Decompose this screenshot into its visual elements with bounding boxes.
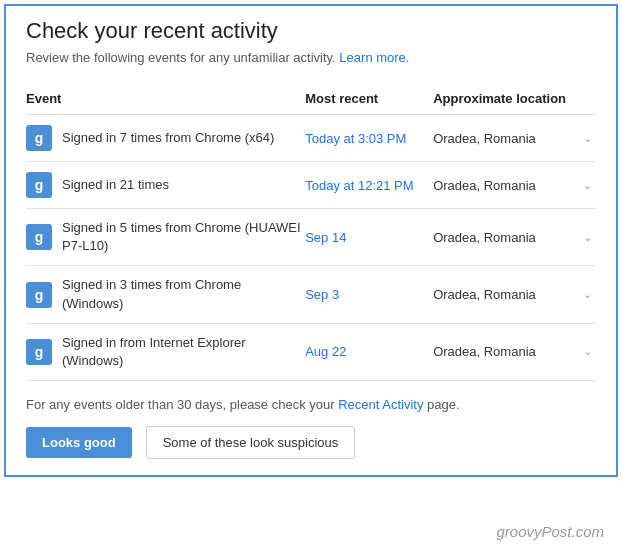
location-text: Oradea, Romania bbox=[433, 131, 536, 146]
event-cell: g Signed in from Internet Explorer (Wind… bbox=[26, 323, 305, 380]
table-row[interactable]: g Signed in 21 times Today at 12:21 PM O… bbox=[26, 162, 596, 209]
event-text: Signed in 7 times from Chrome (x64) bbox=[62, 129, 274, 147]
chevron-down-icon[interactable]: ⌄ bbox=[583, 132, 592, 145]
recent-text: Today at 3:03 PM bbox=[305, 131, 406, 146]
event-cell: g Signed in 21 times bbox=[26, 162, 305, 209]
recent-cell: Today at 3:03 PM bbox=[305, 115, 433, 162]
location-text: Oradea, Romania bbox=[433, 178, 536, 193]
learn-more-link[interactable]: Learn more. bbox=[339, 50, 409, 65]
col-location: Approximate location bbox=[433, 83, 596, 115]
location-cell: Oradea, Romania ⌄ bbox=[433, 323, 596, 380]
recent-activity-link[interactable]: Recent Activity bbox=[338, 397, 423, 412]
recent-text: Sep 14 bbox=[305, 230, 346, 245]
table-row[interactable]: g Signed in from Internet Explorer (Wind… bbox=[26, 323, 596, 380]
location-cell: Oradea, Romania ⌄ bbox=[433, 162, 596, 209]
footer-note: For any events older than 30 days, pleas… bbox=[26, 397, 596, 412]
location-text: Oradea, Romania bbox=[433, 230, 536, 245]
event-cell: g Signed in 3 times from Chrome (Windows… bbox=[26, 266, 305, 323]
google-icon: g bbox=[26, 339, 52, 365]
footer-note-end: page. bbox=[427, 397, 460, 412]
chevron-down-icon[interactable]: ⌄ bbox=[583, 179, 592, 192]
suspicious-button[interactable]: Some of these look suspicious bbox=[146, 426, 356, 459]
google-icon: g bbox=[26, 172, 52, 198]
google-icon: g bbox=[26, 125, 52, 151]
google-icon: g bbox=[26, 282, 52, 308]
button-row: Looks good Some of these look suspicious bbox=[26, 426, 596, 459]
recent-text: Aug 22 bbox=[305, 344, 346, 359]
main-container: Check your recent activity Review the fo… bbox=[4, 4, 618, 477]
event-cell: g Signed in 7 times from Chrome (x64) bbox=[26, 115, 305, 162]
subtitle: Review the following events for any unfa… bbox=[26, 50, 596, 65]
google-icon: g bbox=[26, 224, 52, 250]
page-title: Check your recent activity bbox=[26, 18, 596, 44]
table-row[interactable]: g Signed in 5 times from Chrome (HUAWEI … bbox=[26, 209, 596, 266]
looks-good-button[interactable]: Looks good bbox=[26, 427, 132, 458]
location-cell: Oradea, Romania ⌄ bbox=[433, 266, 596, 323]
col-event: Event bbox=[26, 83, 305, 115]
chevron-down-icon[interactable]: ⌄ bbox=[583, 231, 592, 244]
footer-note-start: For any events older than 30 days, pleas… bbox=[26, 397, 338, 412]
chevron-down-icon[interactable]: ⌄ bbox=[583, 345, 592, 358]
location-cell: Oradea, Romania ⌄ bbox=[433, 115, 596, 162]
location-text: Oradea, Romania bbox=[433, 344, 536, 359]
event-cell: g Signed in 5 times from Chrome (HUAWEI … bbox=[26, 209, 305, 266]
event-text: Signed in from Internet Explorer (Window… bbox=[62, 334, 305, 370]
table-row[interactable]: g Signed in 3 times from Chrome (Windows… bbox=[26, 266, 596, 323]
event-text: Signed in 3 times from Chrome (Windows) bbox=[62, 276, 305, 312]
event-text: Signed in 21 times bbox=[62, 176, 169, 194]
recent-cell: Today at 12:21 PM bbox=[305, 162, 433, 209]
recent-text: Sep 3 bbox=[305, 287, 339, 302]
recent-cell: Aug 22 bbox=[305, 323, 433, 380]
event-text: Signed in 5 times from Chrome (HUAWEI P7… bbox=[62, 219, 305, 255]
subtitle-text: Review the following events for any unfa… bbox=[26, 50, 336, 65]
location-text: Oradea, Romania bbox=[433, 287, 536, 302]
recent-cell: Sep 3 bbox=[305, 266, 433, 323]
activity-table: Event Most recent Approximate location g… bbox=[26, 83, 596, 381]
location-cell: Oradea, Romania ⌄ bbox=[433, 209, 596, 266]
watermark: groovyPost.com bbox=[496, 523, 604, 540]
col-recent: Most recent bbox=[305, 83, 433, 115]
recent-text: Today at 12:21 PM bbox=[305, 178, 413, 193]
recent-cell: Sep 14 bbox=[305, 209, 433, 266]
table-row[interactable]: g Signed in 7 times from Chrome (x64) To… bbox=[26, 115, 596, 162]
chevron-down-icon[interactable]: ⌄ bbox=[583, 288, 592, 301]
